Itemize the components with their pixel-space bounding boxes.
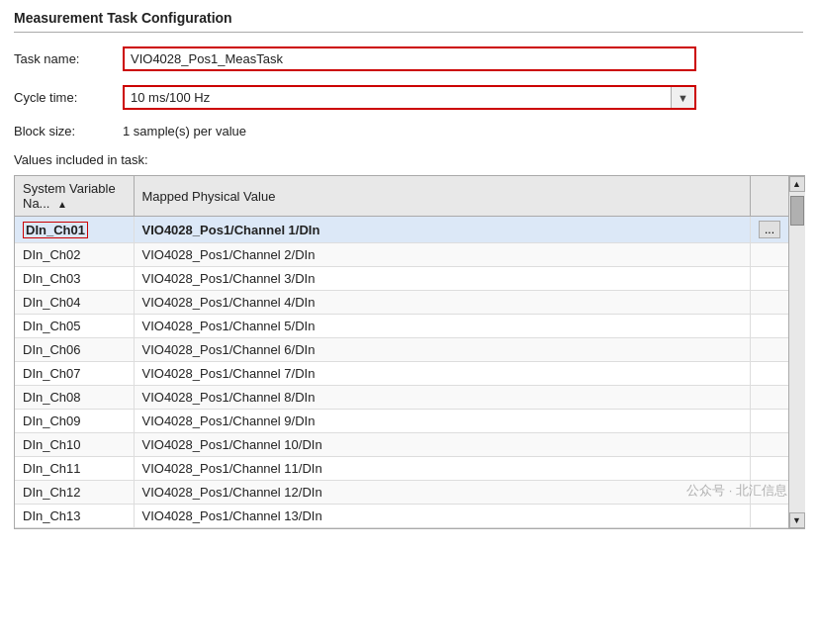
- values-section-label: Values included in task:: [14, 152, 803, 167]
- block-size-row: Block size: 1 sample(s) per value: [14, 124, 803, 138]
- sysvar-cell: DIn_Ch11: [15, 457, 134, 481]
- task-name-label: Task name:: [14, 51, 123, 66]
- panel-title: Measurement Task Configuration: [14, 10, 803, 33]
- sysvar-cell: DIn_Ch13: [15, 505, 134, 528]
- actions-cell: [750, 267, 788, 291]
- table-row[interactable]: DIn_Ch02VIO4028_Pos1/Channel 2/DIn: [15, 243, 788, 267]
- table-row[interactable]: DIn_Ch13VIO4028_Pos1/Channel 13/DIn: [15, 505, 788, 528]
- physical-cell: VIO4028_Pos1/Channel 6/DIn: [134, 338, 750, 362]
- cycle-time-row: Cycle time: ▼: [14, 85, 803, 110]
- actions-cell: [750, 315, 788, 338]
- actions-cell: [750, 243, 788, 267]
- ellipsis-button[interactable]: ...: [759, 221, 780, 238]
- actions-cell: [750, 362, 788, 386]
- physical-cell: VIO4028_Pos1/Channel 9/DIn: [134, 410, 750, 433]
- physical-cell: VIO4028_Pos1/Channel 3/DIn: [134, 267, 750, 291]
- table-row[interactable]: DIn_Ch01VIO4028_Pos1/Channel 1/DIn...: [15, 217, 788, 243]
- block-size-value: 1 sample(s) per value: [123, 124, 246, 138]
- actions-cell: [750, 410, 788, 433]
- sort-arrow-icon: ▲: [57, 199, 67, 210]
- col-header-physical[interactable]: Mapped Physical Value: [134, 176, 750, 217]
- table-row[interactable]: DIn_Ch12VIO4028_Pos1/Channel 12/DIn: [15, 481, 788, 505]
- watermark: 公众号 · 北汇信息: [686, 482, 787, 500]
- actions-cell: [750, 457, 788, 481]
- scroll-track[interactable]: [789, 192, 805, 512]
- scroll-down-arrow[interactable]: ▼: [789, 512, 805, 528]
- selected-sysvar-label: DIn_Ch01: [23, 222, 88, 238]
- scroll-thumb[interactable]: [790, 196, 804, 226]
- physical-cell: VIO4028_Pos1/Channel 8/DIn: [134, 386, 750, 410]
- sysvar-cell: DIn_Ch06: [15, 338, 134, 362]
- actions-cell: [750, 505, 788, 528]
- sysvar-cell: DIn_Ch02: [15, 243, 134, 267]
- table-row[interactable]: DIn_Ch04VIO4028_Pos1/Channel 4/DIn: [15, 291, 788, 315]
- table-row[interactable]: DIn_Ch05VIO4028_Pos1/Channel 5/DIn: [15, 315, 788, 338]
- physical-cell: VIO4028_Pos1/Channel 7/DIn: [134, 362, 750, 386]
- physical-cell: VIO4028_Pos1/Channel 5/DIn: [134, 315, 750, 338]
- table-row[interactable]: DIn_Ch10VIO4028_Pos1/Channel 10/DIn: [15, 433, 788, 457]
- table-row[interactable]: DIn_Ch11VIO4028_Pos1/Channel 11/DIn: [15, 457, 788, 481]
- table-row[interactable]: DIn_Ch07VIO4028_Pos1/Channel 7/DIn: [15, 362, 788, 386]
- table-row[interactable]: DIn_Ch08VIO4028_Pos1/Channel 8/DIn: [15, 386, 788, 410]
- actions-cell: [750, 433, 788, 457]
- col-header-sysvar[interactable]: System Variable Na... ▲: [15, 176, 134, 217]
- cycle-time-dropdown-arrow[interactable]: ▼: [671, 87, 694, 108]
- task-name-row: Task name:: [14, 46, 803, 71]
- scroll-up-arrow[interactable]: ▲: [789, 176, 805, 192]
- physical-cell: VIO4028_Pos1/Channel 11/DIn: [134, 457, 750, 481]
- scrollbar[interactable]: ▲ ▼: [788, 176, 804, 528]
- block-size-label: Block size:: [14, 124, 123, 138]
- physical-cell: VIO4028_Pos1/Channel 2/DIn: [134, 243, 750, 267]
- sysvar-cell: DIn_Ch10: [15, 433, 134, 457]
- physical-cell: VIO4028_Pos1/Channel 4/DIn: [134, 291, 750, 315]
- sysvar-cell: DIn_Ch03: [15, 267, 134, 291]
- physical-cell: VIO4028_Pos1/Channel 1/DIn: [134, 217, 750, 243]
- cycle-time-label: Cycle time:: [14, 90, 123, 105]
- col-header-actions: [750, 176, 788, 217]
- sysvar-cell: DIn_Ch01: [15, 217, 134, 243]
- actions-cell: ...: [750, 217, 788, 243]
- sysvar-cell: DIn_Ch05: [15, 315, 134, 338]
- task-name-input[interactable]: [123, 46, 696, 71]
- sysvar-cell: DIn_Ch04: [15, 291, 134, 315]
- table-row[interactable]: DIn_Ch09VIO4028_Pos1/Channel 9/DIn: [15, 410, 788, 433]
- actions-cell: [750, 386, 788, 410]
- cycle-time-dropdown[interactable]: ▼: [123, 85, 696, 110]
- values-table: System Variable Na... ▲ Mapped Physical …: [15, 176, 788, 528]
- actions-cell: [750, 338, 788, 362]
- physical-cell: VIO4028_Pos1/Channel 12/DIn: [134, 481, 750, 505]
- cycle-time-input[interactable]: [125, 87, 671, 108]
- table-scroll-area: System Variable Na... ▲ Mapped Physical …: [15, 176, 788, 528]
- sysvar-cell: DIn_Ch07: [15, 362, 134, 386]
- table-row[interactable]: DIn_Ch03VIO4028_Pos1/Channel 3/DIn: [15, 267, 788, 291]
- physical-cell: VIO4028_Pos1/Channel 10/DIn: [134, 433, 750, 457]
- table-row[interactable]: DIn_Ch06VIO4028_Pos1/Channel 6/DIn: [15, 338, 788, 362]
- sysvar-cell: DIn_Ch12: [15, 481, 134, 505]
- values-table-container: System Variable Na... ▲ Mapped Physical …: [14, 175, 805, 529]
- sysvar-cell: DIn_Ch08: [15, 386, 134, 410]
- actions-cell: [750, 291, 788, 315]
- physical-cell: VIO4028_Pos1/Channel 13/DIn: [134, 505, 750, 528]
- sysvar-cell: DIn_Ch09: [15, 410, 134, 433]
